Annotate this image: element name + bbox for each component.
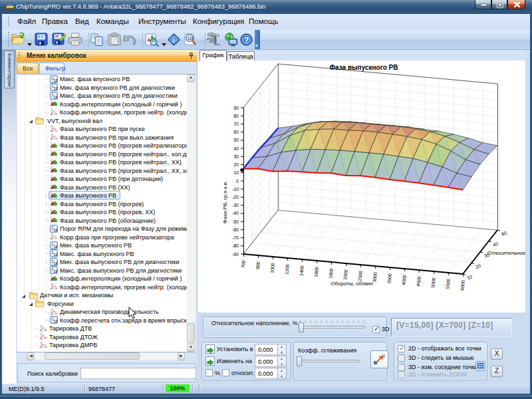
svg-text:12: 12 [53,269,57,273]
svg-text:-60: -60 [232,227,239,232]
svg-text:700: 700 [241,260,246,268]
svg-text:12: 12 [53,319,57,323]
svg-text:Обороты, об/мин: Обороты, об/мин [331,281,372,287]
svg-text:10: 10 [233,170,239,175]
svg-text:12: 12 [53,86,57,90]
svg-text:-50: -50 [232,219,239,224]
svg-text:80: 80 [233,114,239,118]
svg-text:-10: -10 [232,187,239,192]
svg-text:20: 20 [233,162,239,167]
svg-text:60: 60 [233,130,239,134]
svg-text:-90: -90 [232,252,239,257]
svg-text:110: 110 [188,36,195,41]
svg-text:40: 40 [233,146,239,151]
svg-text:90: 90 [233,106,239,110]
svg-text:800: 800 [255,261,261,269]
svg-text:12: 12 [53,261,57,265]
svg-text:Фаза РВ, гр.п.к.в.: Фаза РВ, гр.п.к.в. [222,181,228,223]
svg-text:-70: -70 [232,235,239,240]
svg-text:12: 12 [53,227,57,231]
svg-text:-80: -80 [232,243,239,248]
svg-text:-40: -40 [232,211,239,215]
svg-text:12: 12 [53,253,57,257]
svg-text:Фаза выпускного РВ: Фаза выпускного РВ [330,64,398,71]
svg-text:50: 50 [233,138,239,142]
svg-text:70: 70 [233,122,239,126]
svg-text:Относительное наполнение: Относительное наполнение [487,250,525,256]
svg-text:12: 12 [53,94,57,98]
svg-text:30: 30 [233,154,239,159]
svg-text:12: 12 [53,244,57,248]
svg-text:0: 0 [236,179,239,184]
svg-text:?: ? [244,36,249,44]
svg-text:-30: -30 [232,203,239,207]
svg-text:12: 12 [53,78,57,82]
svg-text:-20: -20 [232,195,239,200]
